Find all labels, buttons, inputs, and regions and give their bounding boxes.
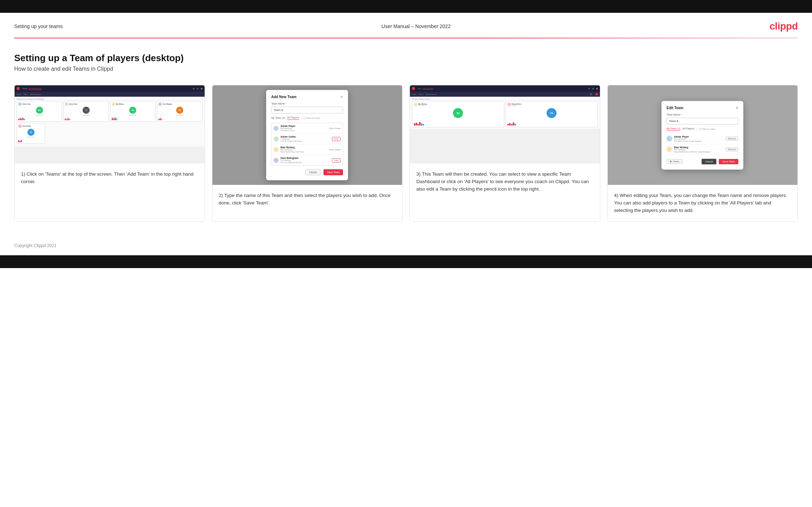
ss3-topbar: Home My Performance <box>410 85 600 92</box>
edit-cancel-button[interactable]: Cancel <box>701 159 717 165</box>
ss1-score-2: 0 <box>83 107 90 114</box>
modal-tabs: My Team (2) All Players Filter by name <box>271 116 343 120</box>
edit-player-detail2-2: Royal North Devon Golf Club, United King… <box>674 151 724 153</box>
ss1-bar-5-3 <box>21 140 22 142</box>
ss3-action1 <box>590 93 592 95</box>
edit-tab-all-players[interactable]: All Players <box>682 127 694 130</box>
ss1-bar-5-1 <box>18 140 19 142</box>
modal-player-item-2: Adrian Coliba 1 Handicap Central London … <box>271 134 343 144</box>
filter-checkbox[interactable] <box>304 117 306 119</box>
edit-modal-close-icon[interactable]: ✕ <box>735 106 738 110</box>
ss1-ctrl2 <box>197 88 199 90</box>
modal-avatar-3 <box>274 147 279 152</box>
ss3-b2-5 <box>515 124 516 126</box>
edit-save-button[interactable]: Save Team <box>719 159 738 164</box>
ss3-score-2: 72 <box>547 108 557 118</box>
ss1-bar-3-4 <box>116 118 117 120</box>
ss1-bar-3-1 <box>112 118 113 120</box>
edit-modal-team-name-input[interactable] <box>666 118 738 124</box>
modal-close-icon[interactable]: ✕ <box>340 95 343 99</box>
modal-cancel-button[interactable]: Cancel <box>305 169 321 175</box>
edit-team-modal: Edit Team ✕ Team Name * My Team (2) All … <box>661 101 743 170</box>
ss3-player-1: Blair McHarg Plus Handicap 94 <box>412 101 504 127</box>
ss1-score-label-2: Handicap Index <box>65 114 107 116</box>
ss3-bars-2 <box>507 121 596 126</box>
ss1-player-4: Dave Billingham 78 Handicap Index <box>157 101 202 122</box>
modal-player-location-3: Royal North Devon Golf Club <box>280 151 327 153</box>
ss1-player-3-header: Blair McHarg <box>112 102 154 106</box>
ss1-bar-4-1 <box>158 119 159 120</box>
edit-modal-title: Edit Team <box>666 106 683 110</box>
ss1-player-4-header: Dave Billingham <box>158 102 201 106</box>
ss3-nav-teams: My Performance <box>423 87 433 90</box>
edit-tab-my-team[interactable]: My Team (2) <box>666 127 680 131</box>
modal-tab-my-team[interactable]: My Team (2) <box>271 117 285 120</box>
modal-player-location-4: The Oxo Maping Golf Club <box>280 161 330 164</box>
ss3-b-2 <box>416 123 417 126</box>
edit-player-item-1: Adrian Player Plus Handicap The Shire Lo… <box>666 134 738 144</box>
ss3-score-1: 94 <box>453 108 463 118</box>
ss3-player-grid: Blair McHarg Plus Handicap 94 <box>412 101 598 127</box>
edit-remove-btn-1[interactable]: Remove <box>726 137 738 141</box>
ss1-topbar: Home My Performance <box>15 85 205 92</box>
ss1-bar-1-2 <box>20 118 21 120</box>
screenshot-2: Add New Team ✕ Team Name * My Team (2) A… <box>212 85 402 185</box>
ss3-player-1-header: Blair McHarg Plus Handicap <box>414 103 502 106</box>
header-left-text: Setting up your teams <box>14 23 63 29</box>
modal-save-button[interactable]: Save Team <box>323 169 343 175</box>
modal-add-btn-4[interactable]: Add <box>332 158 341 162</box>
edit-filter-checkbox[interactable] <box>699 128 701 130</box>
page-subtitle: How to create and edit Teams in Clippd <box>14 66 798 72</box>
ss1-score-label-4: Handicap Index <box>158 114 201 116</box>
ss1-nav: Teams Filters My Performance <box>15 92 205 97</box>
card-1: Home My Performance Teams Filters My Per… <box>14 85 205 222</box>
screenshot-1: Home My Performance Teams Filters My Per… <box>15 85 205 164</box>
ss1-player-5-header: Richard Butler <box>18 124 44 128</box>
ss3-b-5 <box>421 123 422 126</box>
ss1-bar-1-1 <box>18 119 19 120</box>
modal-player-status-1: Player Added <box>329 127 341 129</box>
card-2: Add New Team ✕ Team Name * My Team (2) A… <box>212 85 403 222</box>
ss3-b2-1 <box>507 124 509 126</box>
footer: Copyright Clippd 2021 <box>0 240 812 255</box>
edit-filter: Filter by name <box>699 128 715 130</box>
ss1-bar-3-3 <box>115 117 116 120</box>
ss1-nav-item2: Filters <box>24 94 28 95</box>
modal-player-info-4: Dave Billingham 3.5 Handicap The Oxo Map… <box>280 157 330 164</box>
screenshot-4: Edit Team ✕ Team Name * My Team (2) All … <box>608 85 798 185</box>
ss3-avatar-1 <box>414 103 417 106</box>
ss1-player-2: Adrian Collins 0 Handicap Index <box>63 101 109 122</box>
ss1-nav-item1: Teams <box>17 94 21 95</box>
modal-player-list: Adrian Player Plus Handicap The Shire Lo… <box>271 123 343 166</box>
modal-tab-all-players[interactable]: All Players <box>287 116 299 120</box>
ss1-name-5: Richard Butler <box>22 126 31 127</box>
screenshot-3: Home My Performance Teams Filters My Per… <box>410 85 600 164</box>
modal-team-name-input[interactable] <box>271 107 343 113</box>
ss1-bar-1-4 <box>22 118 23 120</box>
edit-player-item-2: Blair McHarg Plus Handicap Royal North D… <box>666 144 738 155</box>
ss1-player-5: Richard Butler 72 Handicap Index <box>17 123 45 144</box>
edit-player-detail2-1: The Shire London, United Kingdom <box>674 140 724 142</box>
edit-delete-button[interactable]: 🗑 Delete <box>666 159 682 164</box>
ss1-bar-2-4 <box>69 119 70 120</box>
header-center-text: User Manual – November 2022 <box>381 23 451 29</box>
tab-divider <box>301 116 301 120</box>
edit-tab-divider <box>696 127 697 131</box>
page-title: Setting up a Team of players (desktop) <box>14 53 798 64</box>
ss1-player-1: Adrian Coliba 84 Handicap Index <box>17 101 62 122</box>
ss3-action2 <box>596 93 598 95</box>
ss3-player-1-name: Blair McHarg Plus Handicap <box>418 103 427 106</box>
ss1-avatar-2 <box>65 102 68 106</box>
ss3-b-6 <box>423 124 424 126</box>
edit-btn-row: 🗑 Delete Cancel Save Team <box>666 159 738 165</box>
ss1-player-1-header: Adrian Coliba <box>18 102 60 106</box>
modal-add-btn-2[interactable]: Add <box>332 137 341 141</box>
ss1-name-4: Dave Billingham <box>163 103 172 105</box>
modal-player-item-4: Dave Billingham 3.5 Handicap The Oxo Map… <box>271 155 343 165</box>
edit-remove-btn-2[interactable]: Remove <box>726 147 738 151</box>
ss1-bar-3-2 <box>113 118 114 120</box>
ss3-name-1: Blair McHarg <box>418 103 427 105</box>
ss3-b2-2 <box>509 123 511 126</box>
modal-team-name-label: Team Name * <box>271 102 343 105</box>
ss3-nav-home: Home <box>418 88 422 90</box>
